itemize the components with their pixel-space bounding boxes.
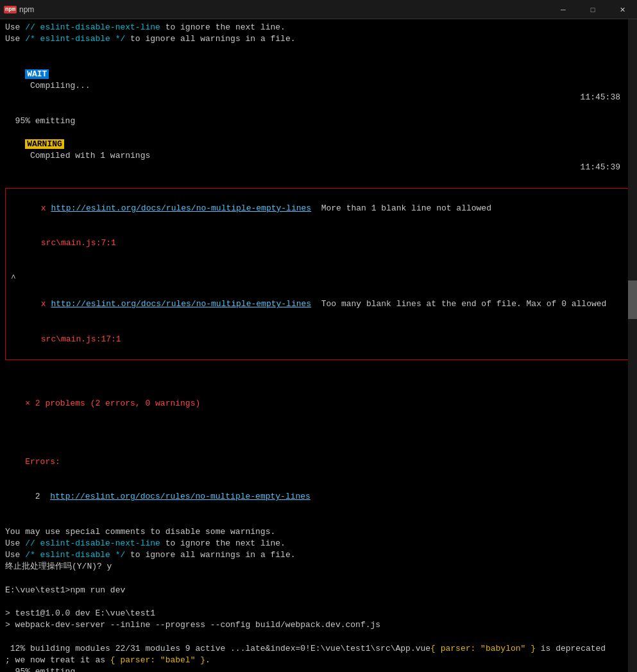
- errors-num-1: 2: [25, 492, 50, 501]
- build-progress: 12% building modules 22/31 modules 9 act…: [0, 643, 637, 655]
- cmd-run-dev: E:\vue\test1>npm run dev: [0, 585, 637, 596]
- cmd-output-1: > test1@1.0.0 dev E:\vue\test1: [0, 608, 637, 619]
- err1-msg2: Too many blank lines at the end of file.…: [311, 299, 606, 309]
- scrollbar-thumb[interactable]: [628, 280, 637, 319]
- errors-link-1: 2 http://eslint.org/docs/rules/no-multip…: [0, 479, 637, 515]
- blank-9: [0, 632, 637, 643]
- err1-msg1: More than 1 blank line not allowed: [311, 203, 491, 213]
- err1-caret: [11, 261, 626, 273]
- wait-badge: WAIT: [25, 69, 49, 79]
- scrollbar[interactable]: [628, 19, 637, 672]
- err1-file1: src\main.js:7:1: [11, 226, 626, 261]
- emitting-1: 95% emitting: [0, 116, 637, 127]
- blank-2: [0, 363, 637, 374]
- disable-all-1: Use /* eslint-disable */ to ignore all w…: [0, 549, 637, 561]
- title-bar: npm npm ─ □ ✕: [0, 0, 637, 19]
- err1-link1[interactable]: http://eslint.org/docs/rules/no-multiple…: [51, 203, 311, 213]
- terminal-window: Use // eslint-disable-next-line to ignor…: [0, 19, 637, 672]
- errors-url-1[interactable]: http://eslint.org/docs/rules/no-multiple…: [50, 492, 310, 501]
- minimize-button[interactable]: ─: [548, 0, 578, 19]
- err1-filepath2: src\main.js:17:1: [41, 334, 121, 344]
- app-icon: npm: [5, 4, 15, 15]
- wait-compiling-line: WAIT Compiling... 11:45:38: [0, 57, 637, 116]
- compiling-text: Compiling...: [25, 81, 90, 90]
- err1-line2: x http://eslint.org/docs/rules/no-multip…: [11, 287, 626, 322]
- err1-filepath1: src\main.js:7:1: [41, 238, 116, 248]
- blank-3: [0, 374, 637, 386]
- compiled-text-1: Compiled with 1 warnings: [25, 151, 150, 160]
- timestamp-1: 11:45:38: [581, 92, 632, 103]
- babel-treat: ; we now treat it as { parser: "babel" }…: [0, 655, 637, 666]
- emitting-2: 95% emitting: [0, 666, 637, 672]
- x-icon-1: x: [41, 203, 51, 213]
- blank-1: [0, 45, 637, 56]
- disable-next-1: Use // eslint-disable-next-line to ignor…: [0, 538, 637, 549]
- blank-6: [0, 515, 637, 526]
- line-disable-all: Use /* eslint-disable */ to ignore all w…: [0, 33, 637, 45]
- err1-link2[interactable]: http://eslint.org/docs/rules/no-multiple…: [51, 299, 311, 309]
- npm-logo: npm: [4, 6, 17, 13]
- error-box-1: x http://eslint.org/docs/rules/no-multip…: [5, 188, 632, 361]
- problems-1: × 2 problems (2 errors, 0 warnings): [0, 386, 637, 422]
- cmd-output-2: > webpack-dev-server --inline --progress…: [0, 619, 637, 631]
- err1-file2: src\main.js:17:1: [11, 322, 626, 358]
- err1-caret-char: ^: [11, 273, 626, 284]
- window-title: npm: [19, 5, 34, 14]
- disable-comments-1: You may use special comments to disable …: [0, 526, 637, 538]
- close-button[interactable]: ✕: [607, 0, 637, 19]
- warning-badge-1: WARNING: [25, 139, 64, 149]
- warning-compiled-1: WARNING Compiled with 1 warnings 11:45:3…: [0, 127, 637, 185]
- x-icon-2: x: [41, 299, 51, 309]
- problems-x-1: × 2 problems (2 errors, 0 warnings): [25, 399, 200, 408]
- maximize-button[interactable]: □: [578, 0, 607, 19]
- timestamp-2: 11:45:39: [581, 162, 632, 173]
- errors-header-1: Errors:: [0, 445, 637, 480]
- errors-label-1: Errors:: [25, 457, 60, 467]
- window-controls: ─ □ ✕: [548, 0, 637, 19]
- blank-4: [0, 421, 637, 433]
- blank-7: [0, 573, 637, 585]
- terminate-prompt: 终止批处理操作吗(Y/N)? y: [0, 561, 637, 573]
- blank-8: [0, 596, 637, 608]
- line-disable-next: Use // eslint-disable-next-line to ignor…: [0, 22, 637, 33]
- blank-5: [0, 433, 637, 444]
- err1-line1: x http://eslint.org/docs/rules/no-multip…: [11, 191, 626, 227]
